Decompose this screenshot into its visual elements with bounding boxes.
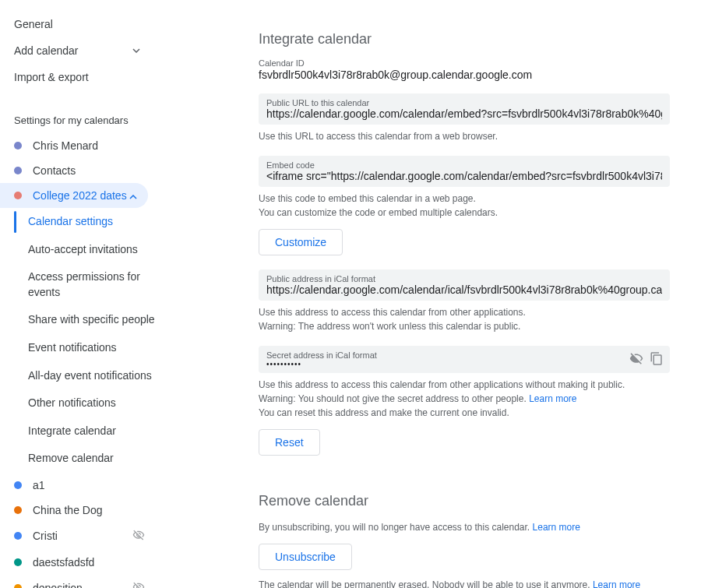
unsubscribe-button[interactable]: Unsubscribe	[259, 544, 352, 570]
visibility-off-icon[interactable]	[629, 351, 643, 368]
public-url-box[interactable]: Public URL to this calendar https://cale…	[259, 93, 670, 125]
calendar-color-dot	[14, 532, 22, 540]
calendar-item-chris-menard[interactable]: Chris Menard	[14, 133, 156, 158]
ical-value: https://calendar.google.com/calendar/ica…	[266, 283, 662, 296]
embed-value: <iframe src="https://calendar.google.com…	[266, 170, 662, 182]
chevron-down-icon	[132, 47, 140, 55]
calendar-label: Contacts	[33, 164, 76, 177]
main-content: Integrate calendar Calendar ID fsvbrdlr5…	[156, 0, 701, 588]
calendar-item-deposition[interactable]: deposition	[14, 575, 156, 588]
calendar-color-dot	[14, 584, 22, 588]
nav-label: Import & export	[14, 71, 89, 83]
embed-code-box[interactable]: Embed code <iframe src="https://calendar…	[259, 156, 670, 187]
subnav-remove-calendar[interactable]: Remove calendar	[14, 445, 156, 473]
subnav-access-permissions[interactable]: Access permissions for events	[14, 263, 156, 306]
ical-secret-box[interactable]: Secret address in iCal format ••••••••••	[259, 346, 670, 373]
nav-general[interactable]: General	[14, 11, 156, 37]
calendar-label: a1	[33, 479, 45, 491]
calendar-item-college-2022[interactable]: College 2022 dates	[0, 183, 148, 208]
nav-add-calendar[interactable]: Add calendar	[14, 37, 156, 64]
sidebar-section-header: Settings for my calendars	[14, 107, 156, 133]
reset-button[interactable]: Reset	[259, 429, 320, 456]
ical-public-box[interactable]: Public address in iCal format https://ca…	[259, 269, 670, 301]
copy-icon[interactable]	[650, 351, 664, 368]
calendar-label: College 2022 dates	[33, 189, 127, 202]
delete-helper: The calendar will be permanently erased.…	[259, 578, 670, 588]
calendar-item-china[interactable]: China the Dog	[14, 498, 156, 523]
calendar-item-contacts[interactable]: Contacts	[14, 158, 156, 183]
nav-import-export[interactable]: Import & export	[14, 64, 156, 90]
visibility-off-icon[interactable]	[132, 581, 145, 588]
public-url-label: Public URL to this calendar	[266, 98, 662, 107]
subnav-other-notifications[interactable]: Other notifications	[14, 389, 156, 417]
embed-helper: Use this code to embed this calendar in …	[259, 192, 670, 220]
calendar-label: Cristi	[33, 530, 58, 542]
learn-more-link[interactable]: Learn more	[529, 393, 576, 404]
secret-value: ••••••••••	[266, 360, 662, 368]
calendar-item-daests[interactable]: daestsfadsfd	[14, 550, 156, 575]
calendar-color-dot	[14, 481, 22, 489]
calendar-color-dot	[14, 558, 22, 566]
calendar-color-dot	[14, 192, 22, 199]
integrate-title: Integrate calendar	[259, 31, 670, 48]
embed-label: Embed code	[266, 160, 662, 170]
public-url-helper: Use this URL to access this calendar fro…	[259, 129, 670, 143]
learn-more-link[interactable]: Learn more	[593, 579, 640, 588]
subnav-integrate-calendar[interactable]: Integrate calendar	[14, 417, 156, 445]
subnav-event-notifications[interactable]: Event notifications	[14, 334, 156, 362]
visibility-off-icon[interactable]	[132, 529, 145, 544]
calendar-item-cristi[interactable]: Cristi	[14, 523, 156, 550]
calendar-label: deposition	[33, 582, 83, 588]
chevron-up-icon	[129, 189, 137, 202]
calendar-label: daestsfadsfd	[33, 556, 94, 569]
calendar-color-dot	[14, 142, 22, 150]
calendar-label: Chris Menard	[33, 139, 98, 152]
calendar-label: China the Dog	[33, 504, 103, 516]
learn-more-link[interactable]: Learn more	[533, 522, 580, 533]
subnav-auto-accept[interactable]: Auto-accept invitations	[14, 236, 156, 264]
secret-label: Secret address in iCal format	[266, 350, 662, 360]
settings-sidebar: General Add calendar Import & export Set…	[0, 0, 156, 588]
unsubscribe-helper: By unsubscribing, you will no longer hav…	[259, 520, 670, 534]
secret-helper: Use this address to access this calendar…	[259, 378, 670, 420]
calendar-color-dot	[14, 167, 22, 174]
nav-label: General	[14, 18, 53, 30]
ical-helper: Use this address to access this calendar…	[259, 305, 670, 333]
ical-label: Public address in iCal format	[266, 274, 662, 283]
calendar-item-a1[interactable]: a1	[14, 473, 156, 498]
calendar-id-label: Calendar ID	[259, 58, 670, 68]
subnav-calendar-settings[interactable]: Calendar settings	[14, 208, 156, 236]
subnav-share-specific[interactable]: Share with specific people	[14, 306, 156, 334]
customize-button[interactable]: Customize	[259, 229, 343, 255]
subnav-allday-notifications[interactable]: All-day event notifications	[14, 362, 156, 390]
calendar-id-value: fsvbrdlr500k4vl3i78r8rab0k@group.calenda…	[259, 69, 670, 81]
calendar-color-dot	[14, 506, 22, 514]
public-url-value: https://calendar.google.com/calendar/emb…	[266, 107, 662, 120]
remove-title: Remove calendar	[259, 493, 670, 509]
nav-label: Add calendar	[14, 44, 79, 57]
